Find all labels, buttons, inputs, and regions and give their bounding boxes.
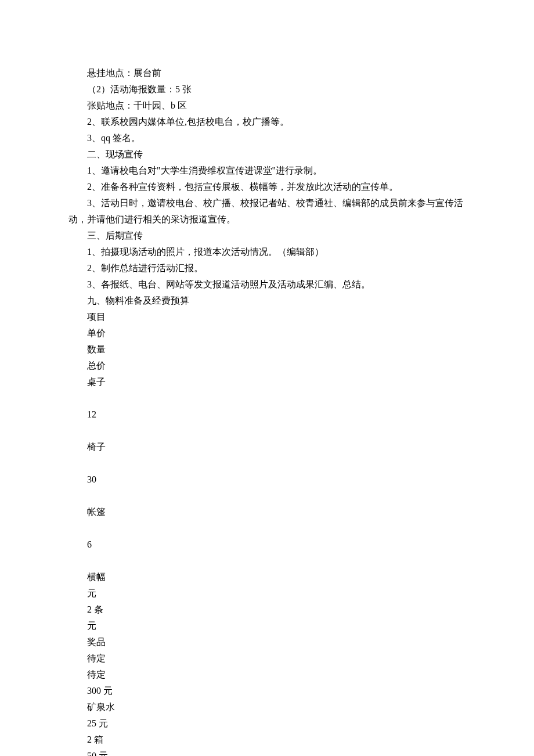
text-line: 桌子: [68, 374, 466, 390]
text-line: 矿泉水: [68, 699, 466, 715]
text-line: [68, 423, 466, 439]
text-line: 12: [68, 406, 466, 423]
text-line: 元: [68, 618, 466, 634]
document-page: 悬挂地点：展台前（2）活动海报数量：5 张张贴地点：千叶园、b 区2、联系校园内…: [0, 0, 534, 756]
text-line: 悬挂地点：展台前: [68, 65, 466, 81]
text-line: 25 元: [68, 715, 466, 732]
text-line: 1、邀请校电台对"大学生消费维权宣传进课堂"进行录制。: [68, 163, 466, 179]
text-line: 椅子: [68, 439, 466, 455]
text-line: 2 条: [68, 602, 466, 618]
text-line: 元: [68, 585, 466, 602]
text-line: 2 箱: [68, 732, 466, 748]
text-line: 二、现场宣传: [68, 146, 466, 163]
text-line: [68, 488, 466, 504]
text-line: [68, 520, 466, 537]
text-line: 2、准备各种宣传资料，包括宣传展板、横幅等，并发放此次活动的宣传单。: [68, 179, 466, 195]
text-line: 1、拍摄现场活动的照片，报道本次活动情况。（编辑部）: [68, 244, 466, 260]
text-line: 奖品: [68, 634, 466, 650]
text-line: [68, 390, 466, 406]
text-line: 张贴地点：千叶园、b 区: [68, 98, 466, 114]
text-line: 横幅: [68, 569, 466, 585]
text-line: 6: [68, 537, 466, 553]
text-line: 待定: [68, 650, 466, 667]
text-line: 300 元: [68, 683, 466, 699]
text-line: [68, 553, 466, 569]
text-line: 单价: [68, 325, 466, 341]
text-line: 3、qq 签名。: [68, 130, 466, 146]
text-line: （2）活动海报数量：5 张: [68, 81, 466, 98]
text-line: [68, 455, 466, 471]
text-line: 三、后期宣传: [68, 228, 466, 244]
text-line: 2、联系校园内媒体单位,包括校电台，校广播等。: [68, 114, 466, 130]
text-line: 50 元: [68, 748, 466, 756]
text-line: 项目: [68, 309, 466, 325]
text-line: 总价: [68, 358, 466, 374]
text-line: 3、活动日时，邀请校电台、校广播、校报记者站、校青通社、编辑部的成员前来参与宣传…: [68, 195, 466, 228]
text-line: 数量: [68, 341, 466, 358]
text-line: 待定: [68, 667, 466, 683]
text-line: 2、制作总结进行活动汇报。: [68, 260, 466, 276]
text-line: 30: [68, 471, 466, 488]
text-line: 3、各报纸、电台、网站等发文报道活动照片及活动成果汇编、总结。: [68, 276, 466, 293]
text-line: 帐篷: [68, 504, 466, 520]
text-line: 九、物料准备及经费预算: [68, 293, 466, 309]
